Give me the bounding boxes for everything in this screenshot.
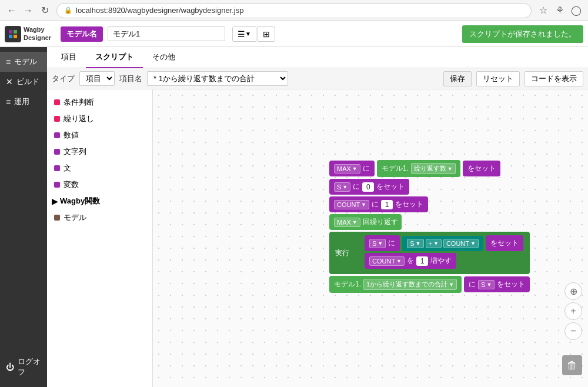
palette-model[interactable]: モデル [47,209,152,226]
tab-script[interactable]: スクリプト [86,47,143,68]
s-select-2[interactable]: S ▼ [334,182,350,192]
zoom-out-button[interactable]: − [564,322,582,340]
s-select-5[interactable]: S ▼ [369,239,386,248]
trash-button[interactable]: 🗑 [562,355,582,375]
app-logo-icon [5,26,21,42]
nav-buttons: ← → ↻ [5,4,52,18]
jikko-label: 実行 [335,248,349,258]
wo-set-5: をセット [490,238,519,248]
wo-set-7: をセット [497,279,525,289]
item-name-select-7[interactable]: 1から繰り返す数までの合計 ▼ [363,279,457,290]
save-notification: スクリプトが保存されました。 [462,25,583,43]
refresh-button[interactable]: ↻ [38,4,52,18]
reset-button[interactable]: リセット [476,71,520,86]
sidebar-label-logout: ログオフ [18,356,41,378]
palette-wagby-label: Wagby関数 [60,196,100,206]
palette-number[interactable]: 数値 [47,127,152,144]
sidebar-item-build[interactable]: ✕ ビルド [0,72,47,92]
block-row-1: MAX ▼ に モデル1. 繰り返す数 ▼ をセット [329,160,530,177]
back-button[interactable]: ← [5,4,19,18]
star-button[interactable]: ☆ [536,4,550,18]
address-bar: 🔒 localhost:8920/wagbydesigner/wagbydesi… [56,3,532,18]
toolbar: タイプ 項目 項目名 * 1から繰り返す数までの合計 保存 リセット コードを表… [47,68,588,89]
forward-button[interactable]: → [21,4,35,18]
palette-wagby-func[interactable]: ▶ Wagby関数 [47,193,152,209]
app-container: Wagby Designer モデル名 ☰ ▼ ⊞ スクリプトが保存されました。… [0,21,588,387]
plus-select[interactable]: + ▼ [426,239,442,248]
sidebar: ≡ モデル ✕ ビルド ≡ 運用 ⏻ ログオフ [0,47,47,387]
sidebar-label-model: モデル [14,56,37,67]
grid-view-button[interactable]: ⊞ [258,26,275,42]
sidebar-item-operation[interactable]: ≡ 運用 [0,92,47,112]
block-row-4: MAX ▼ 回繰り返す [329,214,530,230]
compass-icon: ⊕ [570,286,577,297]
content-area: 項目 スクリプト その他 タイプ 項目 項目名 * 1から繰り返す数までの合計 … [47,47,588,387]
block-model-prop[interactable]: モデル1. 繰り返す数 ▼ [377,160,460,177]
max-select[interactable]: MAX ▼ [334,164,360,174]
variable-dot [54,182,60,188]
canvas-area: MAX ▼ に モデル1. 繰り返す数 ▼ をセット [153,89,588,387]
ni-text-7: に [469,279,476,289]
save-button[interactable]: 保存 [443,71,472,86]
sentence-dot [54,165,60,171]
type-select[interactable]: 項目 [79,71,115,86]
zoom-in-button[interactable]: + [564,302,582,320]
block-wo-set-1: をセット [463,161,500,176]
operation-icon: ≡ [6,97,11,106]
block-ni-s-set[interactable]: に S ▼ をセット [464,276,530,292]
tab-other[interactable]: その他 [143,47,185,68]
block-count-set[interactable]: COUNT ▼ に 1 をセット [329,196,428,212]
condition-dot [54,99,60,105]
logo-text: Wagby Designer [24,26,51,41]
app-header: Wagby Designer モデル名 ☰ ▼ ⊞ スクリプトが保存されました。 [0,21,588,47]
block-wo-set-5: をセット [486,235,523,251]
minus-icon: − [570,326,576,336]
show-code-button[interactable]: コードを表示 [524,71,583,86]
s-select-inner[interactable]: S ▼ [407,239,423,248]
block-s-set[interactable]: S ▼ に 0 をセット [329,179,409,195]
sidebar-label-operation: 運用 [14,96,29,107]
list-icon: ☰ [238,29,245,39]
count-select-3[interactable]: COUNT ▼ [334,200,369,209]
designer-area: 条件判断 繰り返し 数値 文字列 [47,89,588,387]
max-select-loop[interactable]: MAX ▼ [334,218,360,227]
count-select-inner[interactable]: COUNT ▼ [443,239,479,248]
svg-rect-3 [14,35,17,38]
palette-loop[interactable]: 繰り返し [47,111,152,127]
block-max-set[interactable]: MAX ▼ に [329,161,375,176]
sidebar-label-build: ビルド [16,76,39,87]
ni-text-1: に [363,164,370,174]
palette-sentence[interactable]: 文 [47,160,152,176]
palette-variable[interactable]: 変数 [47,176,152,193]
palette-condition-label: 条件判断 [64,97,94,108]
model-ref-1: モデル1. [382,164,409,174]
model-name-input[interactable] [108,26,225,41]
block-loop-header[interactable]: MAX ▼ 回繰り返す [329,214,402,230]
block-s-assign[interactable]: S ▼ に [365,235,400,251]
compass-button[interactable]: ⊕ [564,282,582,300]
model-dot [54,215,60,221]
extension-button[interactable]: ⚘ [553,4,567,18]
svg-rect-0 [9,30,12,34]
tab-item[interactable]: 項目 [52,47,86,68]
count-select-6[interactable]: COUNT ▼ [369,256,405,266]
list-view-button[interactable]: ☰ ▼ [232,26,256,42]
sidebar-item-logout[interactable]: ⏻ ログオフ [0,352,47,382]
profile-button[interactable]: ◯ [569,4,583,18]
block-model-result[interactable]: モデル1. 1から繰り返す数までの合計 ▼ [329,276,462,293]
palette-string-label: 文字列 [64,146,86,157]
palette-condition[interactable]: 条件判断 [47,94,152,111]
s-select-7[interactable]: S ▼ [478,280,495,289]
value-1-inc: 1 [416,256,428,266]
block-count-increase[interactable]: COUNT ▼ を 1 増やす [365,253,456,269]
lock-icon: 🔒 [64,6,72,14]
logout-icon: ⏻ [6,362,14,372]
palette-string[interactable]: 文字列 [47,144,152,160]
model-prop-select[interactable]: 繰り返す数 ▼ [411,163,456,174]
item-name-select[interactable]: * 1から繰り返す数までの合計 [147,71,288,86]
sidebar-item-model[interactable]: ≡ モデル [0,52,47,72]
string-dot [54,149,60,155]
block-s-plus-count[interactable]: S ▼ + ▼ COUNT ▼ [402,236,483,251]
plus-icon: + [570,306,576,316]
dropdown-caret: ▼ [245,31,251,37]
